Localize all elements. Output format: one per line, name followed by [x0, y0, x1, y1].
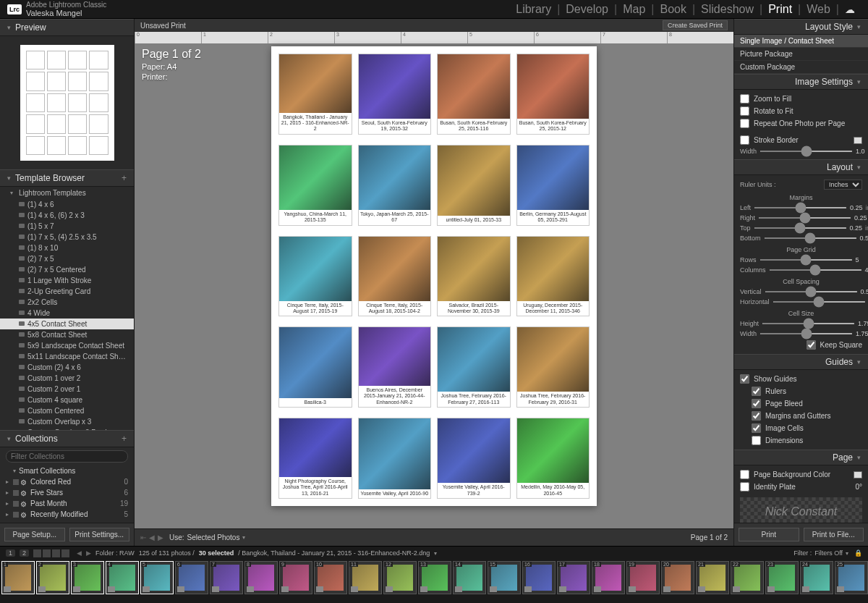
zoom-to-fill-checkbox[interactable]: Zoom to Fill — [740, 93, 862, 105]
contact-sheet-cell[interactable]: Busan, South Korea-February 25, 2015-12 — [516, 54, 590, 135]
filmstrip-thumb[interactable]: 2 — [36, 561, 69, 594]
nav-library[interactable]: Library — [510, 3, 557, 16]
filmstrip-thumb[interactable]: 3 — [71, 561, 104, 594]
cell-height-slider[interactable]: Height1.75in — [740, 319, 862, 329]
guide-margins-and-gutters-checkbox[interactable]: Margins and Gutters — [752, 410, 862, 422]
contact-sheet-cell[interactable]: Yosemite Valley, April 2016-90 — [358, 418, 432, 499]
filmstrip-thumb[interactable]: 5 — [140, 561, 174, 594]
page-setup-button[interactable]: Page Setup... — [4, 528, 65, 541]
page-bg-swatch[interactable] — [854, 471, 862, 478]
layout-mode-option[interactable]: Custom Package — [734, 61, 868, 74]
rows-slider[interactable]: Rows5 — [740, 255, 862, 265]
template-item[interactable]: 4 Wide — [0, 308, 134, 319]
use-selected-photos[interactable]: Selected Photos — [187, 534, 240, 541]
nav-fwd-icon[interactable]: ▶ — [86, 549, 91, 557]
template-item[interactable]: (1) 4 x 6 — [0, 199, 134, 210]
create-saved-print-button[interactable]: Create Saved Print — [663, 20, 728, 30]
template-item[interactable]: Custom 4 square — [0, 395, 134, 405]
filmstrip-thumb[interactable]: 9 — [279, 561, 312, 594]
add-collection-icon[interactable]: + — [122, 434, 127, 444]
filmstrip-thumb[interactable]: 12 — [383, 561, 417, 594]
template-item[interactable]: Custom 2 over 1 — [0, 384, 134, 395]
filter-lock-icon[interactable]: 🔒 — [854, 549, 862, 557]
layout-mode-option[interactable]: Picture Package — [734, 48, 868, 61]
template-item[interactable]: 2x2 Cells — [0, 297, 134, 308]
filmstrip-thumb[interactable]: 11 — [349, 561, 382, 594]
nav-print[interactable]: Print — [762, 3, 798, 16]
filmstrip-thumb[interactable]: 1 — [1, 561, 35, 594]
nav-map[interactable]: Map — [617, 3, 651, 16]
filmstrip-thumb[interactable]: 13 — [418, 561, 451, 594]
guide-dimensions-checkbox[interactable]: Dimensions — [752, 434, 862, 447]
template-item[interactable]: 5x11 Landscape Contact Sheet — [0, 351, 134, 362]
filmstrip-thumb[interactable]: 4 — [106, 561, 139, 594]
filmstrip-thumb[interactable]: 21 — [696, 561, 729, 594]
contact-sheet-cell[interactable]: Berlin, Germany 2015-August 05, 2015-291 — [516, 145, 590, 226]
contact-sheet-cell[interactable]: Joshua Tree, February 2016-February 29, … — [516, 326, 590, 408]
stroke-border-checkbox[interactable]: Stroke Border — [740, 134, 862, 146]
contact-sheet-cell[interactable]: Uruguay, December 2015-December 11, 2015… — [516, 236, 590, 317]
layout-mode-option[interactable]: Single Image / Contact Sheet — [734, 35, 868, 48]
cloud-sync-icon[interactable]: ☁ — [839, 4, 861, 15]
filmstrip-thumb[interactable]: 14 — [453, 561, 486, 594]
contact-sheet-cell[interactable]: untitled-July 01, 2015-33 — [437, 145, 511, 226]
filmstrip-thumb[interactable]: 25 — [835, 561, 868, 594]
contact-sheet-cell[interactable]: Joshua Tree, February 2016-February 27, … — [437, 326, 511, 408]
rotate-to-fit-checkbox[interactable]: Rotate to Fit — [740, 105, 862, 117]
collection-item[interactable]: ▸⚙Five Stars6 — [6, 487, 128, 498]
contact-sheet-cell[interactable]: Cinque Terre, Italy, 2015-August 18, 201… — [358, 236, 432, 317]
contact-sheet-cell[interactable]: Buenos Aires, December 2015-January 21, … — [358, 326, 432, 408]
contact-sheet-cell[interactable]: Tokyo, Japan-March 25, 2015-67 — [358, 145, 432, 226]
stroke-width-slider[interactable]: Width1.0pt — [740, 146, 862, 156]
template-item[interactable]: 2-Up Greeting Card — [0, 286, 134, 297]
view-mode-icons[interactable] — [33, 549, 69, 557]
template-item[interactable]: Custom 1 over 2 — [0, 373, 134, 384]
preview-header[interactable]: ▾Preview — [0, 19, 134, 36]
stroke-color-swatch[interactable] — [854, 137, 862, 144]
filmstrip-thumb[interactable]: 15 — [488, 561, 521, 594]
contact-sheet-cell[interactable]: Cinque Terre, Italy, 2015-August 17, 201… — [278, 236, 352, 317]
print-to-file-button[interactable]: Print to File... — [804, 528, 864, 541]
collection-item[interactable]: ▸⚙Colored Red0 — [6, 476, 128, 487]
filmstrip-thumb[interactable]: 23 — [765, 561, 799, 594]
filmstrip-thumb[interactable]: 10 — [314, 561, 347, 594]
smart-collections-group[interactable]: Smart Collections — [6, 465, 128, 476]
collections-header[interactable]: ▾Collections+ — [0, 430, 134, 447]
contact-sheet-cell[interactable]: Yangshuo, China-March 11, 2015-135 — [278, 145, 352, 226]
template-item[interactable]: (1) 8 x 10 — [0, 243, 134, 253]
identity-plate-checkbox[interactable]: Identity Plate0° — [740, 481, 862, 493]
contact-sheet-cell[interactable]: Yosemite Valley, April 2016-739-2 — [437, 418, 511, 499]
template-item[interactable]: 1 Large With Stroke — [0, 275, 134, 286]
nav-back-icon[interactable]: ◀ — [77, 549, 82, 557]
print-settings-button[interactable]: Print Settings... — [69, 528, 130, 541]
canvas[interactable]: 012345678 Page 1 of 2 Paper: A4 Printer:… — [135, 32, 733, 528]
filmstrip-thumb[interactable]: 18 — [592, 561, 625, 594]
secondary-display-1[interactable]: 1 — [6, 549, 15, 557]
lightroom-templates-group[interactable]: Lightroom Templates — [0, 187, 134, 199]
contact-sheet-cell[interactable]: Basilica-3 — [278, 326, 352, 408]
filters-off-button[interactable]: Filters Off — [814, 549, 843, 557]
next-page-icon[interactable]: ▶ — [158, 534, 163, 541]
contact-sheet-cell[interactable]: Seoul, South Korea-February 19, 2015-32 — [358, 54, 432, 135]
template-item[interactable]: (2) 7 x 5 Centered — [0, 264, 134, 275]
filmstrip-thumb[interactable]: 24 — [800, 561, 833, 594]
columns-slider[interactable]: Columns4 — [740, 265, 862, 275]
print-button[interactable]: Print — [739, 528, 799, 541]
identity-plate-preview[interactable]: Nick Constant — [740, 497, 862, 523]
filmstrip-thumbs[interactable]: 1234567891011121314151617181920212223242… — [0, 560, 868, 603]
guide-rulers-checkbox[interactable]: Rulers — [752, 385, 862, 397]
layout-header[interactable]: Layout▾ — [734, 159, 868, 175]
template-item[interactable]: (1) 7 x 5, (4) 2.5 x 3.5 — [0, 232, 134, 243]
repeat-photo-checkbox[interactable]: Repeat One Photo per Page — [740, 117, 862, 130]
contact-sheet-cell[interactable]: Medellin, May 2016-May 05, 2016-45 — [516, 418, 590, 499]
filmstrip-thumb[interactable]: 16 — [522, 561, 556, 594]
collection-item[interactable]: ▸⚙Past Month19 — [6, 498, 128, 509]
margin-top-slider[interactable]: Top0.25in — [740, 223, 862, 233]
add-template-icon[interactable]: + — [122, 173, 127, 183]
nav-web[interactable]: Web — [801, 3, 836, 16]
template-item[interactable]: 5x9 Landscape Contact Sheet — [0, 340, 134, 351]
template-item[interactable]: (2) 7 x 5 — [0, 253, 134, 264]
template-item[interactable]: 5x8 Contact Sheet — [0, 329, 134, 340]
filmstrip-thumb[interactable]: 6 — [175, 561, 208, 594]
filmstrip-thumb[interactable]: 7 — [210, 561, 243, 594]
